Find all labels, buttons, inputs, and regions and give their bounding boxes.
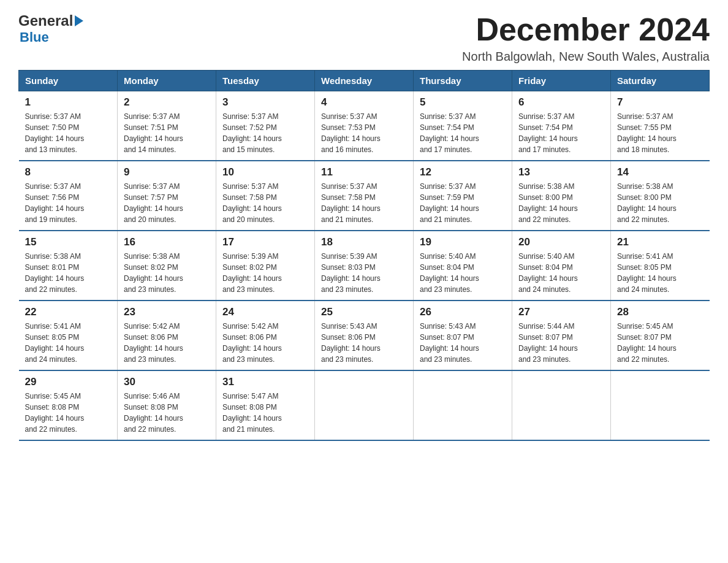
day-number: 13 (518, 166, 604, 178)
day-info: Sunrise: 5:37 AM Sunset: 7:51 PM Dayligh… (124, 111, 210, 155)
day-number: 10 (222, 166, 308, 178)
calendar-day-cell: 30 Sunrise: 5:46 AM Sunset: 8:08 PM Dayl… (118, 370, 216, 440)
day-number: 27 (518, 306, 604, 318)
calendar-day-cell: 3 Sunrise: 5:37 AM Sunset: 7:52 PM Dayli… (216, 91, 315, 161)
calendar-day-cell: 23 Sunrise: 5:42 AM Sunset: 8:06 PM Dayl… (118, 301, 216, 370)
col-thursday: Thursday (414, 71, 512, 91)
day-info: Sunrise: 5:37 AM Sunset: 7:50 PM Dayligh… (25, 111, 112, 155)
day-number: 8 (25, 166, 112, 178)
calendar-day-cell: 21 Sunrise: 5:41 AM Sunset: 8:05 PM Dayl… (611, 231, 710, 301)
day-number: 25 (321, 306, 407, 318)
day-info: Sunrise: 5:45 AM Sunset: 8:08 PM Dayligh… (25, 391, 112, 435)
day-info: Sunrise: 5:39 AM Sunset: 8:02 PM Dayligh… (222, 251, 308, 295)
day-info: Sunrise: 5:38 AM Sunset: 8:01 PM Dayligh… (25, 251, 112, 295)
calendar-day-cell: 16 Sunrise: 5:38 AM Sunset: 8:02 PM Dayl… (118, 231, 216, 301)
day-number: 22 (25, 306, 112, 318)
day-number: 21 (617, 236, 703, 248)
calendar-day-cell: 13 Sunrise: 5:38 AM Sunset: 8:00 PM Dayl… (512, 161, 611, 231)
logo-arrow-icon (75, 15, 83, 26)
day-number: 29 (25, 376, 112, 388)
day-info: Sunrise: 5:42 AM Sunset: 8:06 PM Dayligh… (124, 321, 210, 365)
day-number: 7 (617, 96, 703, 109)
logo-general-text: General (18, 12, 73, 29)
calendar-day-cell: 22 Sunrise: 5:41 AM Sunset: 8:05 PM Dayl… (19, 301, 118, 370)
day-number: 26 (420, 306, 506, 318)
calendar-day-cell: 25 Sunrise: 5:43 AM Sunset: 8:06 PM Dayl… (315, 301, 414, 370)
page-header: General Blue December 2024 North Balgowl… (18, 12, 710, 64)
day-number: 28 (617, 306, 703, 318)
day-info: Sunrise: 5:38 AM Sunset: 8:00 PM Dayligh… (518, 181, 604, 225)
calendar-day-cell: 24 Sunrise: 5:42 AM Sunset: 8:06 PM Dayl… (216, 301, 315, 370)
day-number: 14 (617, 166, 703, 178)
calendar-day-cell: 18 Sunrise: 5:39 AM Sunset: 8:03 PM Dayl… (315, 231, 414, 301)
day-info: Sunrise: 5:40 AM Sunset: 8:04 PM Dayligh… (420, 251, 506, 295)
calendar-day-cell (611, 370, 710, 440)
calendar-day-cell: 6 Sunrise: 5:37 AM Sunset: 7:54 PM Dayli… (512, 91, 611, 161)
day-info: Sunrise: 5:45 AM Sunset: 8:07 PM Dayligh… (617, 321, 703, 365)
day-number: 1 (25, 96, 112, 109)
calendar-day-cell: 4 Sunrise: 5:37 AM Sunset: 7:53 PM Dayli… (315, 91, 414, 161)
calendar-day-cell: 19 Sunrise: 5:40 AM Sunset: 8:04 PM Dayl… (414, 231, 512, 301)
calendar-day-cell: 17 Sunrise: 5:39 AM Sunset: 8:02 PM Dayl… (216, 231, 315, 301)
day-number: 2 (124, 96, 210, 109)
calendar-day-cell: 11 Sunrise: 5:37 AM Sunset: 7:58 PM Dayl… (315, 161, 414, 231)
day-info: Sunrise: 5:37 AM Sunset: 7:54 PM Dayligh… (420, 111, 506, 155)
day-info: Sunrise: 5:46 AM Sunset: 8:08 PM Dayligh… (124, 391, 210, 435)
calendar-day-cell: 10 Sunrise: 5:37 AM Sunset: 7:58 PM Dayl… (216, 161, 315, 231)
month-title: December 2024 (462, 12, 710, 47)
calendar-day-cell: 9 Sunrise: 5:37 AM Sunset: 7:57 PM Dayli… (118, 161, 216, 231)
day-info: Sunrise: 5:37 AM Sunset: 7:57 PM Dayligh… (124, 181, 210, 225)
calendar-day-cell (414, 370, 512, 440)
day-number: 11 (321, 166, 407, 178)
day-number: 5 (420, 96, 506, 109)
calendar-day-cell: 14 Sunrise: 5:38 AM Sunset: 8:00 PM Dayl… (611, 161, 710, 231)
day-info: Sunrise: 5:39 AM Sunset: 8:03 PM Dayligh… (321, 251, 407, 295)
day-number: 12 (420, 166, 506, 178)
calendar-day-cell: 8 Sunrise: 5:37 AM Sunset: 7:56 PM Dayli… (19, 161, 118, 231)
col-sunday: Sunday (19, 71, 118, 91)
calendar-day-cell (512, 370, 611, 440)
day-number: 19 (420, 236, 506, 248)
day-info: Sunrise: 5:37 AM Sunset: 7:58 PM Dayligh… (321, 181, 407, 225)
day-info: Sunrise: 5:38 AM Sunset: 8:02 PM Dayligh… (124, 251, 210, 295)
calendar-day-cell: 7 Sunrise: 5:37 AM Sunset: 7:55 PM Dayli… (611, 91, 710, 161)
calendar-day-cell: 12 Sunrise: 5:37 AM Sunset: 7:59 PM Dayl… (414, 161, 512, 231)
day-info: Sunrise: 5:43 AM Sunset: 8:07 PM Dayligh… (420, 321, 506, 365)
day-number: 20 (518, 236, 604, 248)
calendar-week-row: 22 Sunrise: 5:41 AM Sunset: 8:05 PM Dayl… (19, 301, 710, 370)
day-number: 30 (124, 376, 210, 388)
day-number: 4 (321, 96, 407, 109)
day-number: 15 (25, 236, 112, 248)
day-info: Sunrise: 5:43 AM Sunset: 8:06 PM Dayligh… (321, 321, 407, 365)
calendar-day-cell: 5 Sunrise: 5:37 AM Sunset: 7:54 PM Dayli… (414, 91, 512, 161)
calendar-day-cell: 29 Sunrise: 5:45 AM Sunset: 8:08 PM Dayl… (19, 370, 118, 440)
day-info: Sunrise: 5:37 AM Sunset: 7:58 PM Dayligh… (222, 181, 308, 225)
calendar-week-row: 8 Sunrise: 5:37 AM Sunset: 7:56 PM Dayli… (19, 161, 710, 231)
calendar-day-cell: 15 Sunrise: 5:38 AM Sunset: 8:01 PM Dayl… (19, 231, 118, 301)
day-info: Sunrise: 5:37 AM Sunset: 7:56 PM Dayligh… (25, 181, 112, 225)
day-number: 24 (222, 306, 308, 318)
calendar-week-row: 15 Sunrise: 5:38 AM Sunset: 8:01 PM Dayl… (19, 231, 710, 301)
calendar-header-row: Sunday Monday Tuesday Wednesday Thursday… (19, 71, 710, 91)
day-number: 17 (222, 236, 308, 248)
day-info: Sunrise: 5:47 AM Sunset: 8:08 PM Dayligh… (222, 391, 308, 435)
day-number: 9 (124, 166, 210, 178)
day-number: 3 (222, 96, 308, 109)
day-info: Sunrise: 5:37 AM Sunset: 7:59 PM Dayligh… (420, 181, 506, 225)
col-friday: Friday (512, 71, 611, 91)
calendar-table: Sunday Monday Tuesday Wednesday Thursday… (18, 70, 710, 441)
calendar-day-cell (315, 370, 414, 440)
calendar-day-cell: 26 Sunrise: 5:43 AM Sunset: 8:07 PM Dayl… (414, 301, 512, 370)
calendar-day-cell: 2 Sunrise: 5:37 AM Sunset: 7:51 PM Dayli… (118, 91, 216, 161)
day-info: Sunrise: 5:37 AM Sunset: 7:52 PM Dayligh… (222, 111, 308, 155)
col-saturday: Saturday (611, 71, 710, 91)
day-info: Sunrise: 5:42 AM Sunset: 8:06 PM Dayligh… (222, 321, 308, 365)
col-monday: Monday (118, 71, 216, 91)
location-subtitle: North Balgowlah, New South Wales, Austra… (462, 50, 710, 64)
logo-blue-text: Blue (20, 29, 49, 45)
logo: General Blue (18, 12, 83, 45)
calendar-day-cell: 28 Sunrise: 5:45 AM Sunset: 8:07 PM Dayl… (611, 301, 710, 370)
day-info: Sunrise: 5:37 AM Sunset: 7:53 PM Dayligh… (321, 111, 407, 155)
day-number: 23 (124, 306, 210, 318)
calendar-day-cell: 20 Sunrise: 5:40 AM Sunset: 8:04 PM Dayl… (512, 231, 611, 301)
